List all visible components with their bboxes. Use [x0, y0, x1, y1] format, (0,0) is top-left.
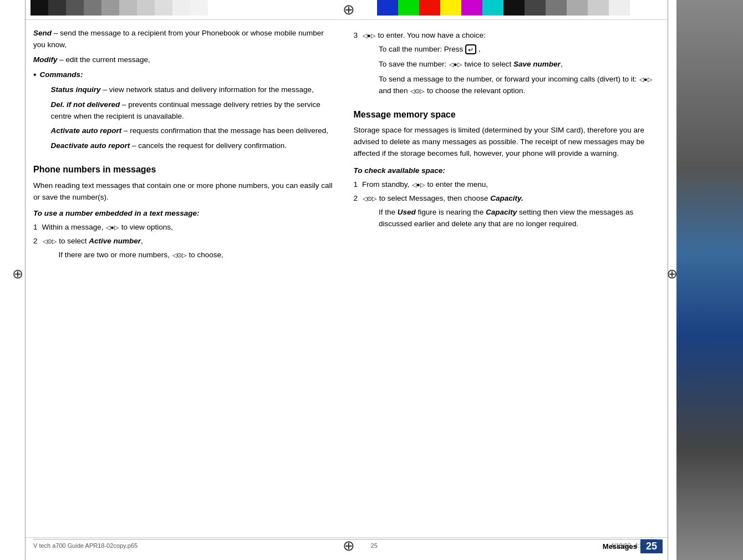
footer-center: 25 — [371, 542, 378, 549]
commands-label: Commands: — [40, 70, 83, 79]
to-save-text: To save the number: — [379, 60, 446, 68]
deactivate-text: – cancels the request for delivery confi… — [130, 141, 287, 150]
step-2: 2 ◁⊙▷ to select Active number, If there … — [33, 236, 337, 261]
status-inquiry-label: Status inquiry — [51, 85, 101, 94]
activate-label: Activate auto report — [51, 126, 122, 135]
step3-text: to enter. You now have a choice: — [378, 31, 485, 39]
phone-numbers-intro: When reading text messages that contain … — [33, 180, 337, 203]
top-gray-blocks — [30, 0, 208, 16]
use-number-heading: To use a number embedded in a text messa… — [33, 208, 337, 220]
footer: V tech a700 Guide APR18-02copy.p65 25 4/… — [33, 539, 657, 549]
send-text: – send the message to a recipient from y… — [33, 29, 324, 49]
commands-content: Commands: Status inquiry – view network … — [40, 69, 337, 156]
to-call-text: To call the number: Press — [379, 45, 463, 53]
send-label: Send — [33, 29, 52, 37]
capacity-label: Capacity. — [490, 194, 523, 202]
if-used-para: If the Used figure is nearing the Capaci… — [379, 207, 657, 230]
nav-icon-1a: ◁●▷ — [106, 223, 119, 232]
check-space-heading: To check available space: — [354, 165, 658, 177]
deactivate-para: Deactivate auto report – cancels the req… — [51, 140, 337, 152]
used-label: Used — [398, 208, 416, 216]
to-save-suffix: twice to select — [465, 60, 514, 68]
crosshair-top: ⊕ — [343, 1, 355, 18]
del-label: Del. if not delivered — [51, 100, 120, 109]
commands-item: • Commands: Status inquiry – view networ… — [33, 69, 337, 156]
if-used-middle: figure is nearing the — [416, 208, 486, 216]
top-color-blocks — [377, 0, 674, 16]
nav-icon-check2: ◁⊙▷ — [363, 194, 376, 203]
if-two-text: If there are two or more numbers, — [59, 251, 170, 259]
step-3: 3 ◁●▷ to enter. You now have a choice: T… — [354, 30, 658, 100]
to-choose-text: to choose the relevant option. — [427, 86, 525, 95]
check-step2-text: to select Messages, then choose — [379, 194, 490, 202]
to-save: To save the number: ◁●▷ twice to select … — [379, 59, 657, 70]
right-column: 3 ◁●▷ to enter. You now have a choice: T… — [354, 28, 658, 527]
to-send-text: To send a message to the number, or forw… — [379, 75, 637, 83]
if-two-suffix: to choose, — [189, 251, 223, 259]
step3-num: 3 — [354, 30, 358, 100]
capacity-label2: Capacity — [486, 208, 517, 216]
step2-content: ◁⊙▷ to select Active number, If there ar… — [42, 236, 337, 261]
to-call: To call the number: Press ↵ , — [379, 44, 657, 55]
check-step1-num: 1 — [354, 179, 358, 191]
crosshair-right: ⊕ — [666, 266, 678, 282]
step2-num: 2 — [33, 236, 38, 261]
step3-content: ◁●▷ to enter. You now have a choice: To … — [362, 30, 657, 100]
step1-suffix: to view options, — [121, 223, 173, 231]
right-image — [676, 0, 743, 560]
step-1: 1 Within a message, ◁●▷ to view options, — [33, 222, 337, 233]
save-number-label: Save number — [513, 60, 561, 68]
status-inquiry-text: – view network status and delivery infor… — [101, 85, 314, 94]
call-block: To call the number: Press ↵ , To save th… — [379, 44, 657, 97]
if-two-block: If there are two or more numbers, ◁⊙▷ to… — [59, 250, 337, 261]
active-number-label: Active number — [89, 237, 141, 245]
check-step2-num: 2 — [354, 193, 358, 233]
check-step-1: 1 From standby, ◁●▷ to enter the menu, — [354, 179, 658, 191]
messages-label: Messages — [603, 542, 637, 551]
phone-numbers-heading: Phone numbers in messages — [33, 163, 337, 177]
send-paragraph: Send – send the message to a recipient f… — [33, 28, 337, 51]
page-number-area: Messages 25 — [603, 539, 663, 553]
left-border — [25, 0, 26, 560]
step2-text: to select — [59, 237, 89, 245]
check-step1-content: From standby, ◁●▷ to enter the menu, — [362, 179, 657, 191]
status-inquiry-para: Status inquiry – view network status and… — [51, 84, 337, 96]
nav-icon-send2: ◁⊙▷ — [410, 86, 424, 96]
step1-content: Within a message, ◁●▷ to view options, — [42, 222, 337, 233]
memory-heading: Message memory space — [354, 108, 658, 122]
activate-para: Activate auto report – requests confirma… — [51, 125, 337, 137]
left-column: Send – send the message to a recipient f… — [33, 28, 337, 527]
memory-text: Storage space for messages is limited (d… — [354, 125, 658, 160]
nav-icon-2: ◁⊙▷ — [43, 237, 57, 246]
nav-icon-3: ◁●▷ — [363, 31, 375, 40]
deactivate-label: Deactivate auto report — [51, 141, 130, 150]
step2-comma: , — [141, 237, 143, 245]
bullet-dot: • — [33, 69, 37, 156]
if-used-block: If the Used figure is nearing the Capaci… — [379, 207, 657, 230]
crosshair-left: ⊕ — [12, 266, 23, 282]
check-step1-suffix: to enter the menu, — [427, 180, 488, 189]
nav-icon-send1: ◁●▷ — [639, 75, 652, 84]
check-step-2: 2 ◁⊙▷ to select Messages, then choose Ca… — [354, 193, 658, 233]
top-rule — [25, 19, 668, 20]
check-step1-text: From standby, — [362, 180, 409, 189]
if-used-text: If the — [379, 208, 398, 216]
and-then-text: and then — [379, 86, 408, 95]
call-icon: ↵ — [465, 44, 476, 54]
activate-text: – requests confirmation that the message… — [121, 126, 328, 135]
main-content: Send – send the message to a recipient f… — [33, 28, 657, 527]
to-send: To send a message to the number, or forw… — [379, 74, 657, 97]
modify-paragraph: Modify – edit the current message, — [33, 54, 337, 66]
status-inquiry-block: Status inquiry – view network status and… — [51, 84, 337, 152]
footer-left: V tech a700 Guide APR18-02copy.p65 — [33, 542, 138, 549]
nav-icon-check1: ◁●▷ — [412, 180, 425, 190]
modify-text: – edit the current message, — [58, 55, 150, 64]
nav-icon-save: ◁●▷ — [449, 60, 462, 69]
check-step2-content: ◁⊙▷ to select Messages, then choose Capa… — [362, 193, 657, 233]
step1-num: 1 — [33, 222, 38, 233]
modify-label: Modify — [33, 55, 58, 64]
page-number: 25 — [640, 539, 663, 553]
nav-icon-if2: ◁⊙▷ — [172, 251, 186, 260]
del-para: Del. if not delivered – prevents continu… — [51, 99, 337, 123]
step1-text: Within a message, — [42, 223, 104, 231]
